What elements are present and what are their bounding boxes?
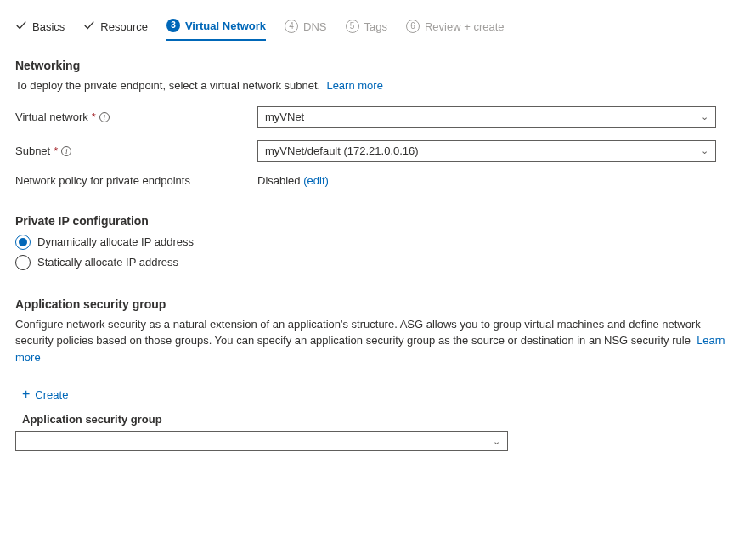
networking-heading: Networking	[15, 59, 741, 72]
label-text: Subnet	[15, 144, 50, 157]
radio-icon	[15, 255, 31, 270]
radio-icon	[15, 235, 31, 250]
asg-description: Configure network security as a natural …	[15, 316, 741, 366]
check-icon	[83, 20, 95, 34]
radio-dynamic-ip[interactable]: Dynamically allocate IP address	[15, 235, 741, 250]
chevron-down-icon: ⌄	[701, 111, 708, 122]
chevron-down-icon: ⌄	[493, 436, 500, 447]
radio-static-ip[interactable]: Statically allocate IP address	[15, 255, 741, 270]
create-label: Create	[35, 388, 68, 401]
plus-icon: +	[22, 387, 30, 401]
info-icon[interactable]: i	[99, 112, 110, 122]
networking-description: To deploy the private endpoint, select a…	[15, 77, 741, 94]
tab-label: Tags	[364, 20, 387, 33]
networking-learn-more-link[interactable]: Learn more	[326, 79, 382, 92]
asg-field-label: Application security group	[22, 413, 741, 426]
tab-review-create[interactable]: 6 Review + create	[406, 14, 505, 40]
label-text: Virtual network	[15, 110, 88, 123]
tab-dns[interactable]: 4 DNS	[285, 14, 326, 40]
subnet-label: Subnet * i	[15, 144, 257, 157]
step-number-icon: 5	[346, 20, 359, 33]
required-asterisk: *	[54, 144, 58, 157]
policy-value-text: Disabled	[257, 174, 301, 187]
select-value: myVNet	[265, 110, 304, 123]
virtual-network-row: Virtual network * i myVNet ⌄	[15, 106, 741, 128]
ip-allocation-radio-group: Dynamically allocate IP address Statical…	[15, 235, 741, 270]
tab-tags[interactable]: 5 Tags	[346, 14, 387, 40]
network-policy-row: Network policy for private endpoints Dis…	[15, 174, 741, 187]
tab-label: Resource	[100, 20, 148, 33]
radio-label: Dynamically allocate IP address	[37, 235, 194, 248]
networking-description-text: To deploy the private endpoint, select a…	[15, 79, 320, 92]
check-icon	[15, 20, 27, 34]
tab-label: DNS	[303, 20, 326, 33]
chevron-down-icon: ⌄	[701, 145, 708, 156]
subnet-row: Subnet * i myVNet/default (172.21.0.0.16…	[15, 140, 741, 162]
virtual-network-select[interactable]: myVNet ⌄	[257, 106, 716, 128]
step-number-icon: 4	[285, 20, 298, 33]
tab-resource[interactable]: Resource	[83, 14, 148, 41]
info-icon[interactable]: i	[61, 146, 71, 156]
network-policy-value: Disabled (edit)	[257, 174, 329, 187]
required-asterisk: *	[92, 110, 96, 123]
tab-label: Virtual Network	[185, 20, 266, 32]
tab-virtual-network[interactable]: 3 Virtual Network	[166, 14, 266, 41]
network-policy-label: Network policy for private endpoints	[15, 174, 257, 187]
virtual-network-label: Virtual network * i	[15, 110, 257, 123]
asg-select[interactable]: ⌄	[15, 431, 508, 451]
step-number-icon: 3	[166, 19, 180, 32]
tab-basics[interactable]: Basics	[15, 14, 65, 41]
create-asg-button[interactable]: + Create	[22, 387, 68, 401]
asg-description-text: Configure network security as a natural …	[15, 318, 701, 348]
select-value: myVNet/default (172.21.0.0.16)	[265, 144, 419, 157]
step-number-icon: 6	[406, 20, 420, 33]
radio-label: Statically allocate IP address	[37, 256, 178, 268]
tab-label: Review + create	[425, 20, 505, 33]
asg-heading: Application security group	[15, 297, 741, 311]
wizard-tabs: Basics Resource 3 Virtual Network 4 DNS …	[15, 14, 741, 42]
tab-label: Basics	[32, 20, 65, 33]
ip-config-heading: Private IP configuration	[15, 214, 741, 228]
subnet-select[interactable]: myVNet/default (172.21.0.0.16) ⌄	[257, 140, 716, 162]
edit-policy-link[interactable]: (edit)	[303, 174, 329, 187]
